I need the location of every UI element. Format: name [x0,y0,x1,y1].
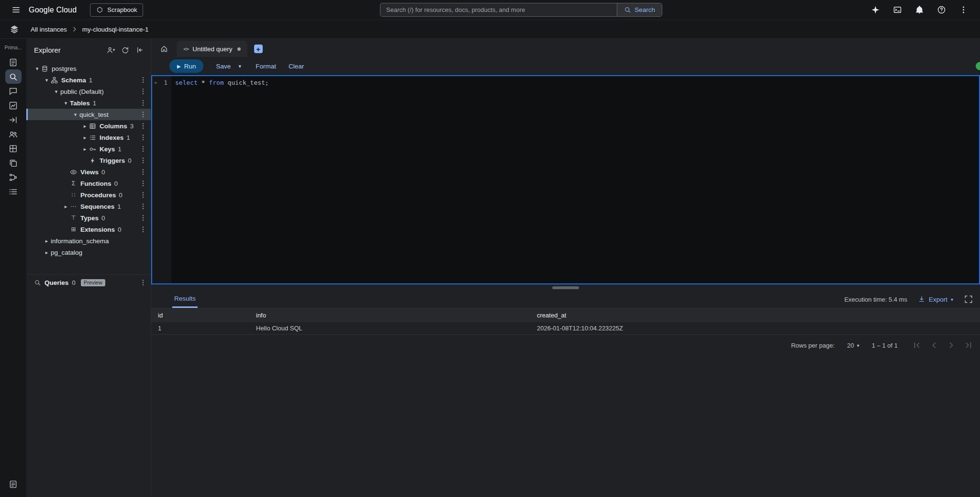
sidebar-item-monitoring[interactable] [5,98,22,113]
editor-code-line[interactable]: select * from quick_test; [171,76,979,283]
tree-item-procedures[interactable]: ∷Procedures0 [26,189,151,201]
sidebar-item-users[interactable] [5,127,22,141]
expander-right-icon[interactable]: ▸ [81,122,89,130]
first-page-button[interactable] [912,340,922,350]
tree-item-sequences[interactable]: ▸⋯Sequences1 [26,201,151,212]
clear-button[interactable]: Clear [289,63,304,70]
next-page-button[interactable] [947,340,956,350]
search-button-label: Search [635,6,655,13]
collapse-panel-button[interactable] [133,43,146,56]
tab-untitled-query[interactable]: <> Untitled query [177,41,247,57]
item-overflow-menu-button[interactable] [139,145,147,153]
item-overflow-menu-button[interactable] [139,203,147,210]
item-overflow-menu-button[interactable] [139,134,147,141]
tree-item-types[interactable]: ⊤Types0 [26,212,151,224]
item-overflow-menu-button[interactable] [139,99,147,107]
help-button[interactable] [933,2,949,18]
item-overflow-menu-button[interactable] [139,180,147,187]
format-button[interactable]: Format [256,63,276,70]
tree-item-count: 0 [101,215,105,222]
tab-results[interactable]: Results [172,291,198,308]
expander-down-icon[interactable]: ▾ [52,88,60,95]
fullscreen-button[interactable] [964,294,973,304]
search-input[interactable] [380,3,617,16]
sidebar-item-operations[interactable] [5,184,22,199]
expander-down-icon[interactable]: ▾ [43,76,51,84]
tree-item-public-default[interactable]: ▾public (Default) [26,86,151,97]
tree-item-schema[interactable]: ▾Schema1 [26,74,151,86]
item-overflow-menu-button[interactable] [139,111,147,118]
tree-item-pg-catalog[interactable]: ▸pg_catalog [26,247,151,258]
expander-down-icon[interactable]: ▾ [33,65,41,72]
item-overflow-menu-button[interactable] [139,168,147,176]
expander-down-icon[interactable]: ▾ [71,111,79,118]
tree-item-postgres[interactable]: ▾postgres [26,63,151,74]
panel-resizer[interactable] [151,284,980,291]
queries-count: 0 [72,279,76,286]
item-overflow-menu-button[interactable] [139,157,147,164]
run-button[interactable]: ▶ Run [169,59,203,73]
tree-item-information-schema[interactable]: ▸information_schema [26,235,151,247]
tree-item-triggers[interactable]: Triggers0 [26,155,151,166]
item-overflow-menu-button[interactable] [139,226,147,233]
tree-item-views[interactable]: Views0 [26,166,151,178]
expander-right-icon[interactable]: ▸ [81,134,89,141]
tree-item-quick-test[interactable]: ▾quick_test [26,109,151,120]
expander-right-icon[interactable]: ▸ [43,248,51,256]
expander-right-icon[interactable]: ▸ [81,145,89,153]
tree-item-indexes[interactable]: ▸Indexes1 [26,132,151,143]
tree-item-label: pg_catalog [51,249,82,256]
sidebar-item-overview[interactable] [5,55,22,69]
switch-user-button[interactable]: ▾ [104,43,117,56]
save-button[interactable]: Save [216,63,231,70]
previous-page-button[interactable] [929,340,939,350]
expander-right-icon[interactable]: ▸ [43,237,51,245]
search-button[interactable]: Search [617,3,662,16]
sidebar-item-studio[interactable] [5,69,22,84]
tree-item-columns[interactable]: ▸Columns3 [26,120,151,132]
expander-down-icon[interactable]: ▾ [62,99,70,107]
tree-item-count: 1 [89,77,93,84]
sidebar-item-connections[interactable] [5,113,22,127]
sql-editor[interactable]: » 1 select * from quick_test; [151,75,980,284]
notifications-button[interactable] [911,2,927,18]
home-tab[interactable] [156,41,173,57]
item-overflow-menu-button[interactable] [139,76,147,84]
sidebar-item-release-notes[interactable] [5,477,22,491]
export-button[interactable]: Export ▾ [918,295,953,303]
last-page-button[interactable] [964,340,973,350]
breadcrumb-all-instances-link[interactable]: All instances [31,26,67,33]
tree-item-extensions[interactable]: ⊞Extensions0 [26,224,151,235]
tree-item-count: 0 [118,226,122,233]
overview-icon [9,58,18,67]
expander-right-icon[interactable]: ▸ [62,203,70,210]
more-options-button[interactable] [955,2,971,18]
item-overflow-menu-button[interactable] [139,88,147,95]
gemini-button[interactable] [867,2,883,18]
table-row[interactable]: 1Hello Cloud SQL2026-01-08T12:10:04.2232… [151,322,980,335]
global-search: Search [380,3,662,17]
refresh-explorer-button[interactable] [118,43,132,56]
save-options-button[interactable]: ▾ [235,63,244,69]
main-menu-button[interactable] [8,2,24,18]
sidebar-item-replication[interactable] [5,170,22,184]
sidebar-item-databases[interactable] [5,141,22,156]
sidebar-item-backups[interactable] [5,156,22,170]
resize-handle[interactable] [552,286,579,289]
cloud-shell-button[interactable] [889,2,905,18]
item-overflow-menu-button[interactable] [139,191,147,199]
tree-item-keys[interactable]: ▸Keys1 [26,143,151,155]
rows-per-page-select[interactable]: 20 ▾ [847,342,859,349]
tree-item-tables[interactable]: ▾Tables1 [26,97,151,109]
breadcrumb-instance-name: my-cloudsql-instance-1 [82,26,149,33]
tree-item-label: postgres [52,65,77,72]
tree-item-count: 1 [93,100,97,107]
item-overflow-menu-button[interactable] [139,214,147,222]
project-picker-button[interactable]: Scrapbook [90,3,143,17]
tree-item-functions[interactable]: ΣFunctions0 [26,178,151,189]
sidebar-item-support-chat[interactable] [5,84,22,98]
saved-queries-section[interactable]: Queries 0 Preview [26,274,151,286]
item-overflow-menu-button[interactable] [139,122,147,130]
new-query-tab-button[interactable]: + [254,45,263,53]
queries-overflow-menu-button[interactable] [139,279,147,286]
